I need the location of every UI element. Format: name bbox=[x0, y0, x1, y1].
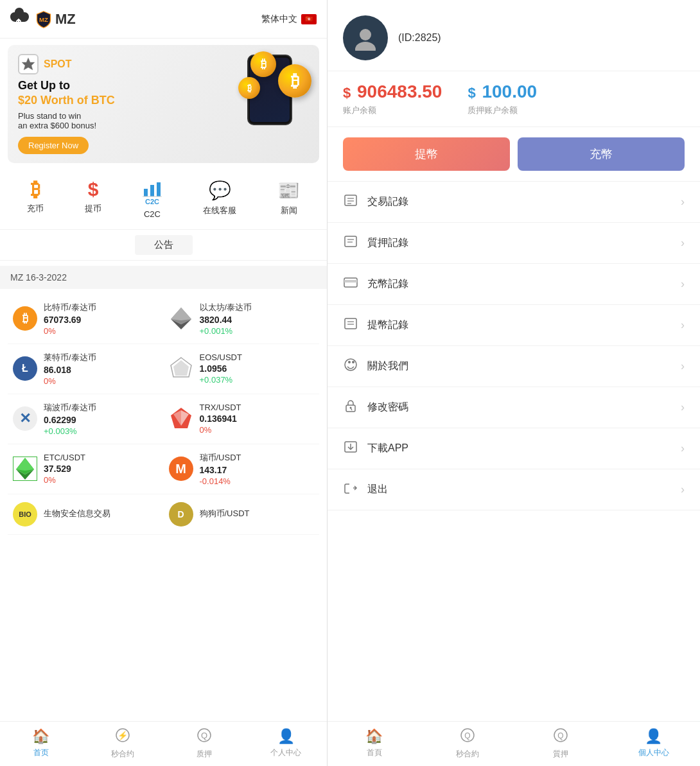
action-c2c[interactable]: C2C C2C bbox=[143, 180, 162, 219]
svg-rect-30 bbox=[344, 280, 357, 283]
action-deposit[interactable]: ₿ 充币 bbox=[27, 180, 44, 219]
right-nav-pledge-label: 質押 bbox=[553, 749, 568, 760]
menu-item-pledge[interactable]: 質押記錄 › bbox=[328, 223, 700, 264]
trx-change: 0% bbox=[200, 425, 315, 435]
svg-rect-1 bbox=[144, 189, 148, 196]
right-nav-profile[interactable]: 👤 個人中心 bbox=[607, 728, 700, 760]
menu-item-deposit-record[interactable]: 充幣記錄 › bbox=[328, 264, 700, 305]
left-nav-profile[interactable]: 👤 个人中心 bbox=[245, 728, 327, 760]
action-withdraw[interactable]: $ 提币 bbox=[85, 180, 101, 219]
pledge-record-icon bbox=[343, 234, 358, 252]
crypto-item-btc[interactable]: ₿ 比特币/泰达币 67073.69 0% bbox=[8, 294, 164, 344]
withdraw-record-left: 提幣記錄 bbox=[343, 317, 408, 334]
secondary-balance: $ 100.00 质押账户余额 bbox=[468, 82, 537, 116]
svg-rect-26 bbox=[345, 236, 356, 247]
right-nav-profile-label: 個人中心 bbox=[638, 747, 669, 758]
transaction-label: 交易記錄 bbox=[367, 195, 408, 209]
deposit-button[interactable]: 充幣 bbox=[518, 137, 685, 171]
deposit-record-left: 充幣記錄 bbox=[343, 275, 408, 293]
announcement-section: 公告 bbox=[0, 230, 327, 261]
left-nav-flash-label: 秒合约 bbox=[111, 749, 134, 760]
svg-text:Q: Q bbox=[557, 731, 563, 740]
action-news[interactable]: 📰 新闻 bbox=[277, 180, 300, 219]
svg-text:⚡: ⚡ bbox=[118, 730, 128, 741]
password-chevron: › bbox=[681, 401, 685, 414]
secondary-currency: $ bbox=[468, 85, 475, 101]
ltc-info: 莱特币/泰达币 86.018 0% bbox=[44, 352, 159, 386]
announcement-box[interactable]: 公告 bbox=[135, 235, 193, 255]
ltc-change: 0% bbox=[44, 376, 159, 386]
about-left: 關於我們 bbox=[343, 358, 408, 375]
eos-name: EOS/USDT bbox=[200, 353, 315, 362]
crypto-item-eos[interactable]: EOS/USDT 1.0956 +0.037% bbox=[164, 344, 320, 394]
trx-logo bbox=[169, 406, 193, 431]
left-nav-profile-label: 个人中心 bbox=[270, 747, 301, 758]
logout-chevron: › bbox=[681, 483, 685, 496]
eth-info: 以太坊/泰达币 3820.44 +0.001% bbox=[200, 302, 315, 336]
crypto-item-bio[interactable]: BIO 生物安全信息交易 bbox=[8, 494, 164, 535]
user-id: (ID:2825) bbox=[398, 32, 441, 44]
withdraw-button[interactable]: 提幣 bbox=[343, 137, 510, 171]
right-pledge-icon: Q bbox=[554, 728, 568, 746]
doge-logo: D bbox=[169, 502, 193, 527]
svg-rect-3 bbox=[157, 182, 161, 196]
dollar-icon: $ bbox=[88, 180, 99, 199]
news-icon: 📰 bbox=[277, 180, 300, 201]
svg-point-21 bbox=[355, 42, 376, 51]
hk-flag-icon: 🇭🇰 bbox=[301, 14, 317, 24]
crypto-item-xmr[interactable]: M 瑞币/USDT 143.17 -0.014% bbox=[164, 444, 320, 494]
logout-label: 退出 bbox=[367, 483, 388, 496]
download-label: 下載APP bbox=[367, 442, 408, 455]
right-panel: (ID:2825) $ 906483.50 账户余额 $ 100.00 质押账户… bbox=[328, 0, 700, 766]
svg-text:Q: Q bbox=[201, 731, 207, 740]
crypto-item-ltc[interactable]: Ł 莱特币/泰达币 86.018 0% bbox=[8, 344, 164, 394]
eth-logo bbox=[169, 306, 193, 331]
left-nav-home[interactable]: 🏠 首页 bbox=[0, 728, 82, 760]
profile-section: (ID:2825) bbox=[328, 0, 700, 71]
register-button[interactable]: Register Now bbox=[18, 137, 89, 154]
menu-item-transaction[interactable]: 交易記錄 › bbox=[328, 182, 700, 223]
menu-item-password[interactable]: 修改密碼 › bbox=[328, 387, 700, 428]
action-support[interactable]: 💬 在线客服 bbox=[203, 180, 236, 219]
right-nav-home[interactable]: 🏠 首頁 bbox=[328, 728, 421, 760]
primary-currency: $ bbox=[343, 85, 351, 101]
withdraw-record-chevron: › bbox=[681, 318, 685, 332]
left-nav-flash[interactable]: ⚡ 秒合约 bbox=[82, 728, 163, 760]
btc-name: 比特币/泰达币 bbox=[44, 302, 159, 313]
crypto-item-etc[interactable]: ETC/USDT 37.529 0% bbox=[8, 444, 164, 494]
crypto-item-trx[interactable]: TRX/USDT 0.136941 0% bbox=[164, 394, 320, 444]
banner-title: Get Up to $20 Worth of BTC bbox=[18, 78, 309, 109]
action-withdraw-label: 提币 bbox=[85, 203, 101, 214]
menu-item-download[interactable]: 下載APP › bbox=[328, 428, 700, 469]
logo-text: MZ bbox=[55, 11, 76, 28]
crypto-item-eth[interactable]: 以太坊/泰达币 3820.44 +0.001% bbox=[164, 294, 320, 344]
left-nav-pledge[interactable]: Q 质押 bbox=[164, 728, 245, 760]
lang-text: 繁体中文 bbox=[261, 13, 297, 25]
menu-item-about[interactable]: 關於我們 › bbox=[328, 346, 700, 387]
svg-text:Q: Q bbox=[464, 731, 470, 740]
doge-info: 狗狗币/USDT bbox=[200, 508, 315, 521]
xrp-name: 瑞波币/泰达币 bbox=[44, 402, 159, 413]
spot-label: SPOT bbox=[44, 58, 72, 70]
quick-actions: ₿ 充币 $ 提币 C2C C2C 💬 在线客服 📰 bbox=[0, 170, 327, 230]
eth-name: 以太坊/泰达币 bbox=[200, 302, 315, 313]
svg-rect-31 bbox=[345, 318, 356, 329]
deposit-record-label: 充幣記錄 bbox=[367, 277, 408, 291]
bio-logo: BIO bbox=[13, 502, 37, 527]
right-bottom-nav: 🏠 首頁 Q 秒合約 Q 質押 👤 個人中心 bbox=[328, 721, 700, 766]
xrp-price: 0.62299 bbox=[44, 415, 159, 425]
right-nav-flash[interactable]: Q 秒合約 bbox=[421, 728, 514, 760]
menu-item-withdraw-record[interactable]: 提幣記錄 › bbox=[328, 305, 700, 346]
crypto-item-xrp[interactable]: ✕ 瑞波币/泰达币 0.62299 +0.003% bbox=[8, 394, 164, 444]
language-button[interactable]: 繁体中文 🇭🇰 bbox=[261, 13, 317, 25]
svg-marker-15 bbox=[16, 458, 34, 471]
spot-icon bbox=[18, 54, 39, 74]
btc-info: 比特币/泰达币 67073.69 0% bbox=[44, 302, 159, 336]
trx-price: 0.136941 bbox=[200, 413, 315, 424]
eos-price: 1.0956 bbox=[200, 363, 315, 374]
crypto-item-doge[interactable]: D 狗狗币/USDT bbox=[164, 494, 320, 535]
menu-item-logout[interactable]: 退出 › bbox=[328, 469, 700, 510]
action-deposit-label: 充币 bbox=[27, 203, 44, 214]
right-nav-pledge[interactable]: Q 質押 bbox=[514, 728, 607, 760]
svg-point-35 bbox=[348, 361, 351, 363]
